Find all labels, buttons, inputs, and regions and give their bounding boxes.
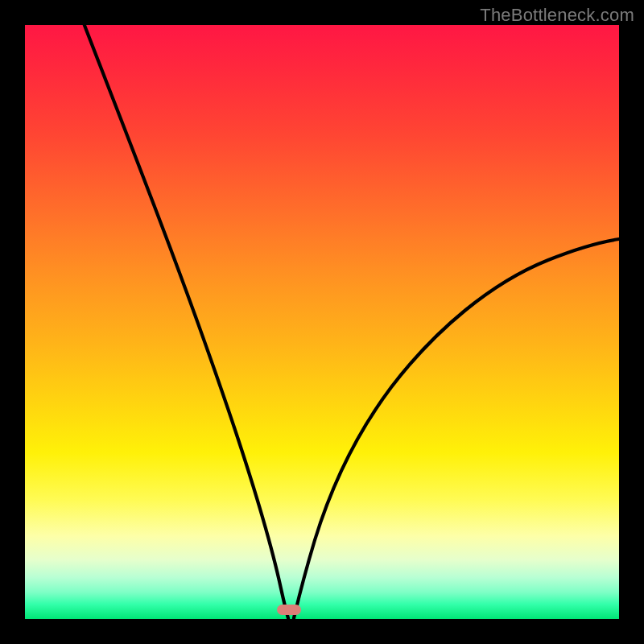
curve-left-arm [85,25,288,618]
plot-area [25,25,619,619]
bottleneck-curve [25,25,619,619]
curve-right-arm [294,239,619,618]
watermark-text: TheBottleneck.com [480,5,634,26]
chart-frame: TheBottleneck.com [0,0,644,644]
optimum-marker [277,605,301,615]
